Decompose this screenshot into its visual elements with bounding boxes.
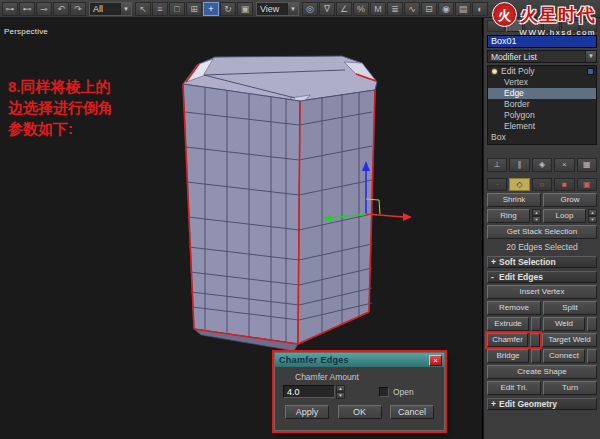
rollout-soft-selection[interactable]: + Soft Selection: [487, 256, 597, 268]
material-editor-icon[interactable]: ◉: [438, 2, 454, 16]
mirror-icon[interactable]: M: [370, 2, 386, 16]
loop-button[interactable]: Loop: [543, 209, 586, 223]
split-button[interactable]: Split: [543, 301, 597, 315]
element-mode-icon[interactable]: ▣: [577, 178, 597, 191]
dialog-title: Chamfer Edges: [279, 355, 349, 365]
open-checkbox[interactable]: [379, 387, 389, 397]
snap-toggle-icon[interactable]: ∇: [319, 2, 335, 16]
curve-editor-icon[interactable]: ∿: [404, 2, 420, 16]
chamfer-amount-input[interactable]: 4.0: [283, 385, 335, 398]
chevron-down-icon: ▼: [585, 51, 596, 62]
extrude-settings-icon[interactable]: [531, 317, 541, 331]
window-crossing-icon[interactable]: ⊞: [186, 2, 202, 16]
close-icon[interactable]: ×: [429, 355, 442, 366]
rectangular-selection-icon[interactable]: □: [169, 2, 185, 16]
angle-snap-icon[interactable]: ∠: [336, 2, 352, 16]
cancel-button[interactable]: Cancel: [390, 405, 434, 419]
select-and-link-icon[interactable]: ⊶: [2, 2, 18, 16]
rollout-expand-icon[interactable]: +: [491, 257, 499, 267]
selection-filter-dropdown[interactable]: All ▼: [89, 2, 132, 16]
chamfer-button[interactable]: Chamfer: [487, 333, 528, 347]
loop-spinner[interactable]: ▲ ▼: [588, 209, 597, 223]
stack-item-edge[interactable]: Edge: [488, 88, 596, 99]
select-by-name-icon[interactable]: ≡: [152, 2, 168, 16]
stack-item-element[interactable]: Element: [488, 121, 596, 132]
undo-icon[interactable]: ↶: [53, 2, 69, 16]
make-unique-icon[interactable]: ◈: [532, 158, 552, 172]
rollout-edit-edges[interactable]: - Edit Edges: [487, 271, 597, 283]
stack-item-polygon[interactable]: Polygon: [488, 110, 596, 121]
chamfer-edges-dialog[interactable]: Chamfer Edges × Chamfer Amount 4.0 ▲ ▼ O…: [274, 352, 445, 431]
rollout-expand-icon[interactable]: +: [491, 399, 499, 409]
stack-item-label: Element: [504, 121, 535, 132]
modifier-list-dropdown[interactable]: Modifier List ▼: [487, 50, 597, 63]
bridge-button[interactable]: Bridge: [487, 349, 529, 363]
schematic-view-icon[interactable]: ⊟: [421, 2, 437, 16]
select-and-rotate-icon[interactable]: ↻: [220, 2, 236, 16]
extrude-button[interactable]: Extrude: [487, 317, 529, 331]
rollout-edit-geometry[interactable]: + Edit Geometry: [487, 398, 597, 410]
rollout-collapse-icon[interactable]: -: [491, 272, 499, 282]
weld-button[interactable]: Weld: [543, 317, 585, 331]
stack-item-edit-poly[interactable]: Edit Poly: [488, 66, 596, 77]
create-shape-button[interactable]: Create Shape: [487, 365, 597, 379]
render-setup-icon[interactable]: ▤: [455, 2, 471, 16]
stack-item-box[interactable]: Box: [488, 132, 596, 143]
spinner-up-icon[interactable]: ▲: [588, 209, 597, 216]
connect-settings-icon[interactable]: [587, 349, 597, 363]
chamfer-settings-icon[interactable]: [530, 333, 540, 347]
modifier-list-label: Modifier List: [491, 52, 537, 62]
insert-vertex-button[interactable]: Insert Vertex: [487, 285, 597, 299]
rollout-label: Soft Selection: [499, 257, 556, 267]
edge-mode-icon[interactable]: ◇: [509, 178, 529, 191]
ring-spinner[interactable]: ▲ ▼: [532, 209, 541, 223]
bind-to-space-warp-icon[interactable]: ⊸: [36, 2, 52, 16]
get-stack-selection-button[interactable]: Get Stack Selection: [487, 225, 597, 239]
connect-button[interactable]: Connect: [543, 349, 585, 363]
quick-render-icon[interactable]: ◐: [472, 2, 488, 16]
remove-modifier-icon[interactable]: ×: [554, 158, 574, 172]
edit-tri-button[interactable]: Edit Tri.: [487, 381, 541, 395]
border-mode-icon[interactable]: ○: [532, 178, 552, 191]
turn-button[interactable]: Turn: [543, 381, 597, 395]
bridge-settings-icon[interactable]: [531, 349, 541, 363]
polygon-mode-icon[interactable]: ■: [554, 178, 574, 191]
ok-button[interactable]: OK: [338, 405, 382, 419]
use-pivot-center-icon[interactable]: ◎: [302, 2, 318, 16]
modifier-stack[interactable]: Edit Poly Vertex Edge Border Polygon Ele…: [487, 65, 597, 145]
chamfer-amount-spinner[interactable]: ▲ ▼: [336, 385, 345, 398]
percent-snap-icon[interactable]: %: [353, 2, 369, 16]
open-checkbox-label: Open: [393, 387, 414, 397]
redo-icon[interactable]: ↷: [70, 2, 86, 16]
select-object-icon[interactable]: ↖: [135, 2, 151, 16]
spinner-down-icon[interactable]: ▼: [532, 216, 541, 223]
ring-button[interactable]: Ring: [487, 209, 530, 223]
select-and-scale-icon[interactable]: ▣: [237, 2, 253, 16]
select-and-move-icon[interactable]: +: [203, 2, 219, 16]
annotation-text: 8.同样将棱上的 边选择进行倒角 参数如下:: [8, 76, 113, 139]
weld-settings-icon[interactable]: [587, 317, 597, 331]
show-end-result-icon[interactable]: ∥: [509, 158, 529, 172]
brand-logo-icon: 火: [492, 2, 517, 27]
perspective-viewport[interactable]: Perspective 8.同样将棱上的 边选择进行倒角 参数如下:: [0, 18, 483, 439]
stack-item-vertex[interactable]: Vertex: [488, 77, 596, 88]
spinner-up-icon[interactable]: ▲: [532, 209, 541, 216]
unlink-selection-icon[interactable]: ⊷: [19, 2, 35, 16]
stack-item-border[interactable]: Border: [488, 99, 596, 110]
apply-button[interactable]: Apply: [285, 405, 329, 419]
grow-button[interactable]: Grow: [543, 193, 597, 207]
stack-item-label: Box: [491, 132, 506, 143]
spinner-down-icon[interactable]: ▼: [588, 216, 597, 223]
target-weld-button[interactable]: Target Weld: [542, 333, 597, 347]
spinner-up-icon[interactable]: ▲: [336, 385, 345, 392]
reference-coordinate-dropdown[interactable]: View ▼: [256, 2, 299, 16]
spinner-down-icon[interactable]: ▼: [336, 392, 345, 399]
shrink-button[interactable]: Shrink: [487, 193, 541, 207]
remove-button[interactable]: Remove: [487, 301, 541, 315]
align-icon[interactable]: ≣: [387, 2, 403, 16]
configure-modifier-sets-icon[interactable]: ▦: [577, 158, 597, 172]
dialog-titlebar[interactable]: Chamfer Edges ×: [275, 353, 444, 367]
vertex-mode-icon[interactable]: ∙: [487, 178, 507, 191]
pin-stack-icon[interactable]: ⊥: [487, 158, 507, 172]
visibility-bulb-icon[interactable]: [491, 68, 498, 75]
